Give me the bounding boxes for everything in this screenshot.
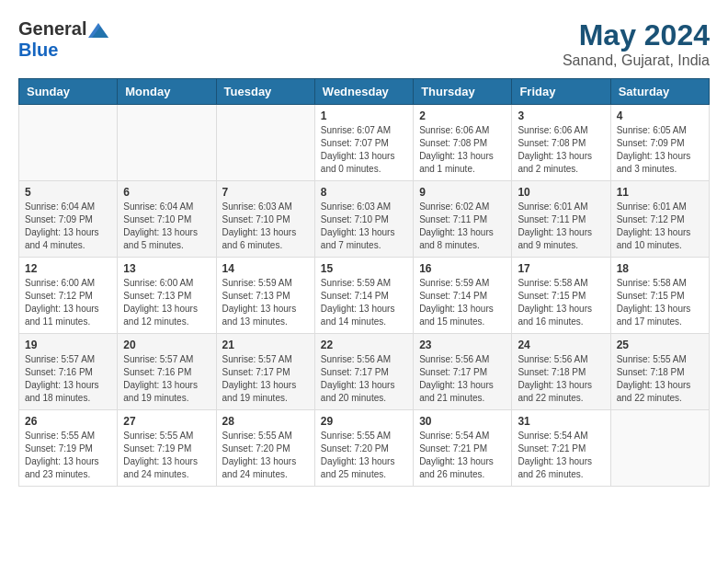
calendar-day-cell: 14Sunrise: 5:59 AMSunset: 7:13 PMDayligh… bbox=[216, 258, 314, 334]
day-info: Sunrise: 5:58 AMSunset: 7:15 PMDaylight:… bbox=[518, 277, 604, 328]
day-info-line: and 20 minutes. bbox=[321, 393, 386, 403]
day-number: 23 bbox=[419, 339, 506, 351]
day-info-line: Sunrise: 6:01 AM bbox=[518, 201, 587, 212]
day-info-line: and 8 minutes. bbox=[419, 240, 480, 250]
logo-general: General bbox=[18, 18, 86, 40]
calendar-week-row: 1Sunrise: 6:07 AMSunset: 7:07 PMDaylight… bbox=[19, 105, 710, 181]
day-info: Sunrise: 6:05 AMSunset: 7:09 PMDaylight:… bbox=[617, 124, 703, 176]
day-info: Sunrise: 5:59 AMSunset: 7:14 PMDaylight:… bbox=[419, 277, 506, 328]
day-info-line: Sunrise: 5:56 AM bbox=[518, 354, 587, 364]
day-info-line: and 5 minutes. bbox=[123, 240, 184, 250]
day-info-line: and 9 minutes. bbox=[518, 240, 578, 250]
weekday-header-tuesday: Tuesday bbox=[216, 79, 314, 105]
day-info-line: Sunset: 7:14 PM bbox=[419, 291, 487, 301]
day-info-line: and 10 minutes. bbox=[617, 240, 682, 250]
day-info-line: Sunrise: 6:01 AM bbox=[617, 201, 687, 212]
day-number: 5 bbox=[25, 186, 111, 199]
month-title: May 2024 bbox=[563, 18, 710, 52]
day-number: 10 bbox=[518, 186, 604, 199]
day-number: 26 bbox=[25, 415, 111, 428]
calendar-day-cell: 19Sunrise: 5:57 AMSunset: 7:16 PMDayligh… bbox=[19, 334, 118, 410]
weekday-header-saturday: Saturday bbox=[610, 79, 709, 105]
day-number: 16 bbox=[419, 262, 506, 275]
day-info-line: Daylight: 13 hours bbox=[419, 456, 494, 466]
day-info-line: and 19 minutes. bbox=[123, 393, 188, 403]
day-number: 7 bbox=[222, 186, 309, 199]
day-info-line: Sunrise: 6:03 AM bbox=[321, 201, 391, 212]
day-info: Sunrise: 6:04 AMSunset: 7:09 PMDaylight:… bbox=[25, 201, 111, 252]
day-number: 20 bbox=[123, 339, 210, 351]
day-info: Sunrise: 5:55 AMSunset: 7:19 PMDaylight:… bbox=[123, 430, 210, 481]
day-info-line: Daylight: 13 hours bbox=[222, 456, 297, 466]
calendar-week-row: 19Sunrise: 5:57 AMSunset: 7:16 PMDayligh… bbox=[19, 334, 710, 410]
calendar-day-cell: 21Sunrise: 5:57 AMSunset: 7:17 PMDayligh… bbox=[216, 334, 314, 410]
day-number: 12 bbox=[25, 262, 111, 275]
day-info-line: Daylight: 13 hours bbox=[518, 456, 592, 466]
day-number: 31 bbox=[518, 415, 604, 428]
day-info-line: Daylight: 13 hours bbox=[123, 456, 198, 466]
calendar-day-cell: 15Sunrise: 5:59 AMSunset: 7:14 PMDayligh… bbox=[314, 258, 413, 334]
day-info-line: Sunrise: 5:55 AM bbox=[123, 431, 193, 441]
day-info-line: Sunset: 7:11 PM bbox=[518, 214, 586, 224]
day-info: Sunrise: 6:01 AMSunset: 7:11 PMDaylight:… bbox=[518, 201, 604, 252]
day-info-line: Sunset: 7:14 PM bbox=[321, 291, 389, 301]
day-info-line: Daylight: 13 hours bbox=[419, 151, 494, 161]
day-info-line: Sunrise: 5:59 AM bbox=[419, 278, 489, 288]
calendar-day-cell: 23Sunrise: 5:56 AMSunset: 7:17 PMDayligh… bbox=[414, 334, 512, 410]
day-info: Sunrise: 6:06 AMSunset: 7:08 PMDaylight:… bbox=[419, 124, 506, 176]
calendar-day-cell: 8Sunrise: 6:03 AMSunset: 7:10 PMDaylight… bbox=[314, 181, 413, 258]
calendar-day-cell: 1Sunrise: 6:07 AMSunset: 7:07 PMDaylight… bbox=[314, 105, 413, 181]
day-number: 11 bbox=[617, 186, 703, 199]
day-number: 30 bbox=[419, 415, 506, 428]
calendar-day-cell: 4Sunrise: 6:05 AMSunset: 7:09 PMDaylight… bbox=[610, 105, 709, 181]
day-number: 21 bbox=[222, 339, 309, 351]
day-info-line: Sunset: 7:13 PM bbox=[123, 291, 191, 301]
day-info-line: and 11 minutes. bbox=[25, 316, 90, 327]
calendar-day-cell: 9Sunrise: 6:02 AMSunset: 7:11 PMDaylight… bbox=[414, 181, 512, 258]
day-info-line: Sunrise: 5:55 AM bbox=[222, 431, 292, 441]
logo: General Blue bbox=[18, 18, 108, 61]
calendar-empty-cell bbox=[19, 105, 118, 181]
day-info: Sunrise: 5:55 AMSunset: 7:18 PMDaylight:… bbox=[617, 353, 703, 405]
day-info-line: and 24 minutes. bbox=[123, 469, 188, 479]
day-info-line: Sunset: 7:17 PM bbox=[222, 367, 290, 377]
day-info-line: and 16 minutes. bbox=[518, 316, 583, 327]
day-info-line: and 14 minutes. bbox=[321, 316, 386, 327]
day-info-line: Daylight: 13 hours bbox=[321, 380, 395, 390]
day-number: 9 bbox=[419, 186, 506, 199]
day-info-line: Sunset: 7:21 PM bbox=[518, 443, 586, 454]
calendar-day-cell: 16Sunrise: 5:59 AMSunset: 7:14 PMDayligh… bbox=[414, 258, 512, 334]
day-info-line: Daylight: 13 hours bbox=[518, 304, 592, 314]
day-info-line: and 18 minutes. bbox=[25, 393, 90, 403]
calendar-header-row: SundayMondayTuesdayWednesdayThursdayFrid… bbox=[19, 79, 710, 105]
day-info-line: Sunset: 7:10 PM bbox=[321, 214, 389, 224]
day-info-line: Daylight: 13 hours bbox=[123, 227, 198, 237]
day-info-line: and 19 minutes. bbox=[222, 393, 288, 403]
day-info-line: Sunset: 7:15 PM bbox=[518, 291, 586, 301]
day-info-line: and 1 minute. bbox=[419, 164, 475, 174]
calendar-day-cell: 10Sunrise: 6:01 AMSunset: 7:11 PMDayligh… bbox=[512, 181, 610, 258]
day-info-line: Daylight: 13 hours bbox=[222, 380, 297, 390]
day-info-line: and 15 minutes. bbox=[419, 316, 484, 327]
day-info-line: Sunset: 7:09 PM bbox=[617, 138, 685, 148]
day-info-line: Daylight: 13 hours bbox=[518, 151, 592, 161]
day-info-line: and 22 minutes. bbox=[617, 393, 682, 403]
day-info-line: Sunrise: 5:59 AM bbox=[321, 278, 391, 288]
day-info-line: Sunrise: 6:00 AM bbox=[25, 278, 95, 288]
day-number: 8 bbox=[321, 186, 407, 199]
weekday-header-thursday: Thursday bbox=[414, 79, 512, 105]
calendar-day-cell: 26Sunrise: 5:55 AMSunset: 7:19 PMDayligh… bbox=[19, 410, 118, 487]
day-info-line: Sunset: 7:11 PM bbox=[419, 214, 487, 224]
day-info-line: and 3 minutes. bbox=[617, 164, 677, 174]
day-info-line: Sunset: 7:12 PM bbox=[25, 291, 93, 301]
day-info-line: Sunset: 7:18 PM bbox=[617, 367, 685, 377]
day-number: 14 bbox=[222, 262, 309, 275]
day-info-line: Sunrise: 5:54 AM bbox=[419, 431, 489, 441]
day-info-line: and 22 minutes. bbox=[518, 393, 583, 403]
day-info-line: Sunset: 7:17 PM bbox=[419, 367, 487, 377]
calendar-day-cell: 12Sunrise: 6:00 AMSunset: 7:12 PMDayligh… bbox=[19, 258, 118, 334]
day-info-line: Daylight: 13 hours bbox=[419, 227, 494, 237]
day-info: Sunrise: 6:07 AMSunset: 7:07 PMDaylight:… bbox=[321, 124, 407, 176]
day-number: 4 bbox=[617, 109, 703, 122]
day-info-line: Sunset: 7:16 PM bbox=[123, 367, 191, 377]
